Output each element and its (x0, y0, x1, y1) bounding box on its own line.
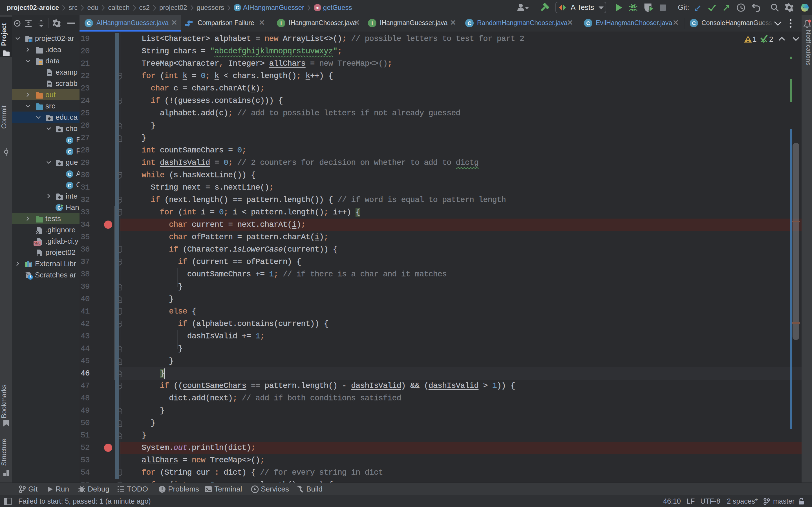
svg-text:C: C (68, 149, 71, 155)
svg-text:C: C (586, 20, 590, 26)
svg-text:I: I (371, 20, 373, 26)
svg-text:C: C (692, 20, 696, 26)
svg-text:m: m (315, 5, 319, 10)
svg-text:C: C (68, 183, 71, 188)
svg-text:C: C (68, 138, 71, 144)
svg-text:C: C (236, 5, 239, 10)
svg-text:C: C (87, 20, 91, 26)
svg-text:C: C (467, 20, 471, 26)
svg-text:YML: YML (35, 242, 40, 245)
svg-text:I: I (280, 20, 282, 26)
svg-text:C: C (68, 172, 71, 177)
